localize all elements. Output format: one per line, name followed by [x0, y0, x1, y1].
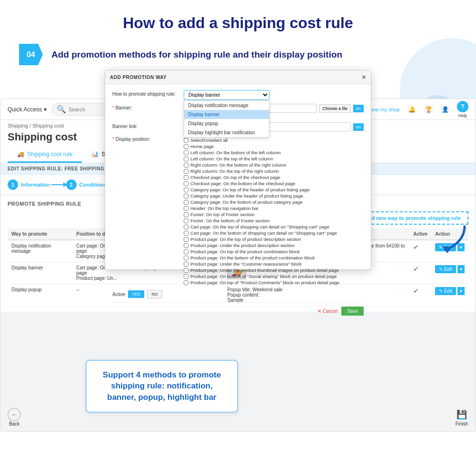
display-position-label: * Display position: [112, 135, 184, 142]
checkbox-right-bottom[interactable] [184, 163, 188, 168]
add-promotion-modal: ADD PROMOTION WAY × How to promote shipp… [105, 70, 371, 270]
label-product-reassurance: Product page: Under the "Customer reassu… [190, 261, 302, 267]
position-checkout-top: Checkout page: On top of the checkout pa… [184, 175, 364, 180]
view-my-shop-button[interactable]: View my shop [367, 107, 400, 112]
search-icon: 🔍 [57, 105, 66, 114]
modal-close-button[interactable]: × [362, 73, 366, 81]
x-icon: ✕ [317, 308, 321, 314]
position-left-top: Left column: On the top of the left colu… [184, 156, 364, 161]
checkbox-footer-top[interactable] [184, 212, 188, 217]
back-circle-icon: ← [8, 408, 21, 421]
label-footer-bottom: Footer: On the bottom of Footer section [190, 218, 269, 223]
position-cat-under-header: Category page: Under the header of produ… [184, 193, 364, 198]
finish-label: Finish [456, 421, 468, 426]
col-active: Active [409, 228, 431, 240]
trophy-icon[interactable]: 🏆 [424, 105, 433, 114]
position-product-reassurance: Product page: Under the "Customer reassu… [184, 261, 364, 267]
display-position-area: Select/Unselect all Home page Left colum… [184, 135, 364, 286]
checkbox-right-top[interactable] [184, 169, 188, 174]
lang-button-link[interactable]: en [353, 123, 364, 131]
checkbox-header[interactable] [184, 206, 188, 211]
lang-button-banner[interactable]: en [353, 105, 364, 112]
yes-button[interactable]: YES [128, 290, 144, 298]
promotion-type-select[interactable]: Display notification message Display ban… [184, 90, 269, 100]
position-product-social: Product page: On bottom of "Social shari… [184, 274, 364, 279]
edit-button-2[interactable]: ✎ Edit [435, 265, 456, 273]
checkbox-cat-top-header[interactable] [184, 188, 188, 192]
position-cart-top: Cart page: On the top of shopping cart d… [184, 224, 364, 229]
select-wrapper: Display notification message Display ban… [184, 90, 364, 100]
wizard-step-2: 2 Conditions [66, 179, 107, 190]
position-cart-bottom: Cart page: On the bottom of shopping car… [184, 230, 364, 236]
checkbox-cat-bottom[interactable] [184, 200, 188, 205]
checkbox-product-combo-bottom[interactable] [184, 256, 188, 260]
edit-dropdown-2[interactable]: ▾ [457, 265, 465, 273]
position-product-desc-under: Product page: Under the product descript… [184, 243, 364, 248]
active-cell-2: ✔ [409, 262, 431, 284]
bell-icon[interactable]: 🔔 [407, 105, 416, 114]
checkbox-product-comments[interactable] [184, 280, 188, 285]
select-unselect-checkbox[interactable] [184, 138, 188, 143]
back-label: Back [9, 421, 20, 426]
dropdown-item-notification[interactable]: Display notification message [184, 101, 269, 110]
quick-access-button[interactable]: Quick Access ▾ [8, 106, 47, 113]
dropdown-open: Display notification message Display ban… [184, 100, 269, 138]
action-cell-2: ✎ Edit ▾ [431, 262, 468, 284]
checkbox-footer-bottom[interactable] [184, 218, 188, 223]
checkbox-left-bottom[interactable] [184, 150, 188, 155]
tooltip-callout: Support 4 methods to promote shipping ru… [86, 360, 238, 413]
checkbox-cart-bottom[interactable] [184, 231, 188, 236]
help-label: Help [458, 113, 467, 118]
modal-actions: ✕ Cancel Save [112, 302, 364, 316]
checkbox-product-desc-under[interactable] [184, 243, 188, 248]
label-cat-under-header: Category page: Under the header of produ… [190, 193, 303, 198]
checkbox-homepage[interactable] [184, 144, 188, 149]
label-left-bottom: Left column: On the bottom of the left c… [190, 150, 281, 155]
edit-dropdown-3[interactable]: ▾ [457, 287, 465, 295]
label-product-desc-under: Product page: Under the product descript… [190, 243, 295, 248]
modal-title-bar: ADD PROMOTION WAY × [105, 70, 371, 84]
position-product-desc-top: Product page: On the top of product desc… [184, 237, 364, 242]
user-icon[interactable]: 👤 [440, 105, 450, 114]
label-product-thumbnail: Product page: Under the product thumbnai… [190, 268, 339, 273]
checkbox-product-desc-top[interactable] [184, 237, 188, 242]
checkbox-product-combo-top[interactable] [184, 249, 188, 254]
checkbox-cart-top[interactable] [184, 225, 188, 229]
main-content: Quick Access ▾ 🔍 View my shop 🔔 🏆 👤 ? He… [0, 70, 476, 432]
position-product-combo-bottom: Product page: On the bottom of the produ… [184, 255, 364, 260]
label-right-bottom: Right column: On the bottom of the right… [190, 162, 287, 168]
dropdown-item-highlight[interactable]: Display highlight bar notification [184, 128, 269, 137]
step-1-num: 1 [8, 179, 18, 190]
checkbox-checkout-bottom[interactable] [184, 181, 188, 186]
no-button[interactable]: NO [147, 290, 162, 298]
position-checkout-bottom: Checkout page: On the bottom of the chec… [184, 181, 364, 186]
how-to-promote-row: How to promote shipping rule: Display no… [112, 90, 364, 100]
position-product-comments: Product page: On top of "Product Comment… [184, 280, 364, 285]
checkbox-left-top[interactable] [184, 157, 188, 161]
check-icon-3: ✔ [413, 287, 419, 295]
help-button[interactable]: ? [457, 101, 468, 112]
way-cell-1: Display notification message [8, 240, 72, 262]
checkbox-product-thumbnail[interactable] [184, 268, 188, 273]
checkbox-section: Select/Unselect all Home page Left colum… [184, 138, 364, 285]
save-button[interactable]: Save [341, 307, 364, 316]
checkbox-cat-under-header[interactable] [184, 194, 188, 198]
choose-file-button[interactable]: Choose a file [319, 104, 351, 113]
checkbox-product-reassurance[interactable] [184, 262, 188, 267]
topbar-right: View my shop 🔔 🏆 👤 ? Help [367, 101, 468, 118]
how-to-input-area: Display notification message Display ban… [184, 90, 364, 100]
edit-button-3[interactable]: ✎ Edit [435, 287, 456, 295]
dropdown-item-popup[interactable]: Display popup [184, 119, 269, 128]
checkbox-checkout-top[interactable] [184, 175, 188, 180]
wizard-step-1: 1 Information [8, 179, 50, 190]
display-position-row: * Display position: Select/Unselect all … [112, 135, 364, 286]
tab-shipping-cost-rule[interactable]: 🚚 Shipping cost rule [8, 147, 82, 163]
tooltip-text: Support 4 methods to promote shipping ru… [96, 369, 228, 403]
way-cell-3: Display popup [8, 284, 72, 306]
cancel-button[interactable]: ✕ Cancel [317, 307, 337, 316]
dropdown-item-banner[interactable]: Display banner [184, 110, 269, 119]
nav-finish[interactable]: 💾 Finish [455, 408, 468, 426]
nav-back[interactable]: ← Back [8, 408, 21, 426]
checkbox-product-social[interactable] [184, 274, 188, 279]
page-header: How to add a shipping cost rule [0, 0, 476, 39]
